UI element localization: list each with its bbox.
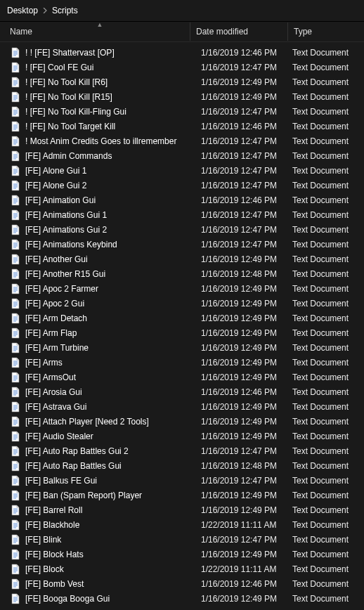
- file-date: 1/16/2019 12:48 PM: [195, 269, 287, 279]
- file-row[interactable]: [FE] Balkus FE Gui1/16/2019 12:47 PMText…: [0, 473, 364, 488]
- text-document-icon: [10, 549, 21, 560]
- file-date: 1/16/2019 12:48 PM: [195, 461, 287, 471]
- file-row[interactable]: [FE] Apoc 2 Farmer1/16/2019 12:49 PMText…: [0, 281, 364, 296]
- file-date: 1/16/2019 12:47 PM: [195, 225, 287, 235]
- file-row[interactable]: ! ! [FE] Shattervast [OP]1/16/2019 12:46…: [0, 45, 364, 60]
- file-row[interactable]: [FE] Alone Gui 11/16/2019 12:47 PMText D…: [0, 163, 364, 178]
- file-row[interactable]: [FE] Block Hats1/16/2019 12:49 PMText Do…: [0, 547, 364, 562]
- text-document-icon: [10, 534, 21, 545]
- file-type: Text Document: [287, 564, 364, 574]
- file-type: Text Document: [287, 107, 364, 117]
- file-date: 1/16/2019 12:47 PM: [195, 181, 287, 190]
- file-type: Text Document: [287, 254, 364, 264]
- file-row[interactable]: [FE] Block1/22/2019 11:11 AMText Documen…: [0, 562, 364, 576]
- file-name: ! ! [FE] Shattervast [OP]: [25, 48, 195, 58]
- file-row[interactable]: [FE] Auto Rap Battles Gui1/16/2019 12:48…: [0, 458, 364, 473]
- file-row[interactable]: [FE] Blink1/16/2019 12:47 PMText Documen…: [0, 532, 364, 547]
- file-date: 1/16/2019 12:49 PM: [195, 77, 287, 87]
- file-row[interactable]: [FE] Astrava Gui1/16/2019 12:49 PMText D…: [0, 399, 364, 414]
- text-document-icon: [10, 505, 21, 516]
- file-list[interactable]: ! ! [FE] Shattervast [OP]1/16/2019 12:46…: [0, 42, 364, 610]
- file-type: Text Document: [287, 240, 364, 249]
- file-row[interactable]: ! [FE] No Tool Kill [R15]1/16/2019 12:49…: [0, 89, 364, 104]
- file-date: 1/16/2019 12:46 PM: [195, 579, 287, 589]
- file-row[interactable]: [FE] Blackhole1/22/2019 11:11 AMText Doc…: [0, 517, 364, 532]
- file-row[interactable]: ! Most Anim Credits Goes to illremember1…: [0, 134, 364, 148]
- file-name: [FE] Attach Player [Need 2 Tools]: [25, 417, 195, 427]
- file-row[interactable]: [FE] Animations Gui 21/16/2019 12:47 PMT…: [0, 222, 364, 237]
- text-document-icon: [10, 519, 21, 531]
- file-name: [FE] Animations Keybind: [25, 240, 195, 249]
- file-type: Text Document: [287, 225, 364, 235]
- file-row[interactable]: [FE] Barrel Roll1/16/2019 12:49 PMText D…: [0, 502, 364, 517]
- file-date: 1/16/2019 12:47 PM: [195, 166, 287, 176]
- breadcrumb[interactable]: Desktop Scripts: [0, 0, 364, 22]
- file-row[interactable]: [FE] Another Gui1/16/2019 12:49 PMText D…: [0, 252, 364, 266]
- column-header-date-label: Date modified: [196, 27, 248, 37]
- breadcrumb-item-scripts[interactable]: Scripts: [52, 6, 78, 15]
- file-date: 1/16/2019 12:49 PM: [195, 92, 287, 102]
- file-row[interactable]: ! [FE] Cool FE Gui1/16/2019 12:47 PMText…: [0, 60, 364, 74]
- text-document-icon: [10, 165, 21, 176]
- text-document-icon: [10, 460, 21, 472]
- file-row[interactable]: [FE] Auto Rap Battles Gui 21/16/2019 12:…: [0, 443, 364, 458]
- file-row[interactable]: [FE] Another R15 Gui1/16/2019 12:48 PMTe…: [0, 266, 364, 281]
- text-document-icon: [10, 77, 21, 88]
- file-row[interactable]: ! [FE] No Tool Target Kill1/16/2019 12:4…: [0, 119, 364, 134]
- file-row[interactable]: [FE] ArmsOut1/16/2019 12:49 PMText Docum…: [0, 370, 364, 384]
- file-type: Text Document: [287, 151, 364, 161]
- file-row[interactable]: [FE] Apoc 2 Gui1/16/2019 12:49 PMText Do…: [0, 296, 364, 311]
- file-row[interactable]: [FE] Audio Stealer1/16/2019 12:49 PMText…: [0, 429, 364, 443]
- file-name: [FE] Auto Rap Battles Gui 2: [25, 446, 195, 456]
- file-row[interactable]: [FE] Bomb Vest1/16/2019 12:46 PMText Doc…: [0, 576, 364, 591]
- file-date: 1/16/2019 12:47 PM: [195, 151, 287, 161]
- file-type: Text Document: [287, 122, 364, 131]
- file-row[interactable]: [FE] Arosia Gui1/16/2019 12:46 PMText Do…: [0, 384, 364, 399]
- file-row[interactable]: [FE] Arm Turbine1/16/2019 12:49 PMText D…: [0, 340, 364, 355]
- file-name: [FE] Booga Booga Gui: [25, 594, 195, 604]
- file-date: 1/16/2019 12:49 PM: [195, 491, 287, 500]
- column-header-type[interactable]: Type: [287, 22, 364, 41]
- file-date: 1/16/2019 12:46 PM: [195, 122, 287, 131]
- text-document-icon: [10, 431, 21, 442]
- text-document-icon: [10, 578, 21, 590]
- file-row[interactable]: [FE] Admin Commands1/16/2019 12:47 PMTex…: [0, 148, 364, 163]
- file-type: Text Document: [287, 328, 364, 338]
- file-row[interactable]: [FE] Animation Gui1/16/2019 12:46 PMText…: [0, 193, 364, 207]
- file-row[interactable]: [FE] Animations Gui 11/16/2019 12:47 PMT…: [0, 207, 364, 222]
- file-row[interactable]: [FE] Arm Detach1/16/2019 12:49 PMText Do…: [0, 311, 364, 325]
- file-type: Text Document: [287, 299, 364, 309]
- breadcrumb-item-desktop[interactable]: Desktop: [7, 6, 38, 15]
- file-name: [FE] Audio Stealer: [25, 431, 195, 441]
- column-header-date[interactable]: Date modified: [190, 22, 287, 41]
- file-row[interactable]: [FE] Ban (Spam Report) Player1/16/2019 1…: [0, 488, 364, 502]
- file-row[interactable]: ! [FE] No Tool Kill [R6]1/16/2019 12:49 …: [0, 74, 364, 89]
- file-row[interactable]: [FE] Booga Booga Gui1/16/2019 12:49 PMTe…: [0, 591, 364, 606]
- text-document-icon: [10, 564, 21, 575]
- file-row[interactable]: [FE] Alone Gui 21/16/2019 12:47 PMText D…: [0, 178, 364, 193]
- text-document-icon: [10, 372, 21, 383]
- file-date: 1/16/2019 12:46 PM: [195, 387, 287, 397]
- file-date: 1/16/2019 12:49 PM: [195, 299, 287, 309]
- column-header-name[interactable]: Name ▲: [10, 22, 190, 41]
- file-name: [FE] Arm Turbine: [25, 343, 195, 353]
- file-name: [FE] Block: [25, 564, 195, 574]
- file-name: [FE] Arm Flap: [25, 328, 195, 338]
- text-document-icon: [10, 475, 21, 486]
- column-header-type-label: Type: [294, 27, 312, 37]
- file-row[interactable]: [FE] Attach Player [Need 2 Tools]1/16/20…: [0, 414, 364, 429]
- file-type: Text Document: [287, 358, 364, 368]
- file-date: 1/16/2019 12:49 PM: [195, 358, 287, 368]
- file-name: [FE] Blink: [25, 535, 195, 545]
- file-name: [FE] Bomb Vest: [25, 579, 195, 589]
- file-name: [FE] Arms: [25, 358, 195, 368]
- file-type: Text Document: [287, 343, 364, 353]
- file-date: 1/16/2019 12:47 PM: [195, 63, 287, 72]
- file-row[interactable]: [FE] Animations Keybind1/16/2019 12:47 P…: [0, 237, 364, 252]
- file-row[interactable]: [FE] Arms1/16/2019 12:49 PMText Document: [0, 355, 364, 370]
- file-name: ! Most Anim Credits Goes to illremember: [25, 136, 195, 146]
- file-row[interactable]: ! [FE] No Tool Kill-Fling Gui1/16/2019 1…: [0, 104, 364, 119]
- text-document-icon: [10, 254, 21, 265]
- file-name: [FE] Balkus FE Gui: [25, 476, 195, 486]
- file-row[interactable]: [FE] Arm Flap1/16/2019 12:49 PMText Docu…: [0, 325, 364, 340]
